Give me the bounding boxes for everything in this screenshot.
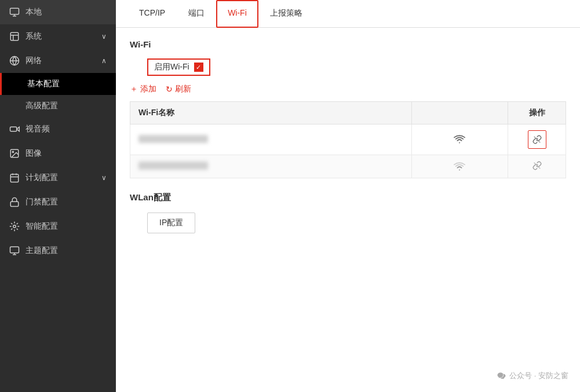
svg-point-11: [12, 151, 13, 152]
chevron-up-icon: ∧: [101, 57, 107, 65]
network-icon: [9, 56, 20, 66]
sidebar-item-video[interactable]: 视音频: [0, 117, 116, 141]
smart-icon: [9, 221, 20, 232]
sidebar-item-network[interactable]: 网络 ∧: [0, 49, 116, 73]
svg-line-22: [534, 163, 540, 169]
wifi-signal-icon: [420, 162, 499, 172]
ops-cell-1: [508, 124, 566, 155]
watermark-text: 公众号 · 安防之窗: [509, 371, 568, 381]
col-wifi-name: Wi-Fi名称: [130, 102, 412, 124]
lock-icon: [9, 197, 20, 207]
image-icon: [9, 148, 20, 159]
sidebar-sub-item-label: 基本配置: [27, 79, 60, 89]
svg-rect-3: [10, 32, 19, 41]
ops-cell-2: [508, 155, 566, 178]
wlan-section: WLan配置 IP配置: [130, 192, 566, 233]
wifi-signal-icon: [420, 134, 499, 145]
plus-icon: ＋: [130, 84, 138, 94]
sidebar-item-label: 智能配置: [25, 221, 58, 232]
tab-report[interactable]: 上报策略: [258, 0, 314, 28]
wifi-table: Wi-Fi名称 操作: [130, 101, 566, 178]
ip-config-label: IP配置: [159, 218, 183, 227]
svg-rect-16: [10, 202, 19, 206]
watermark: 公众号 · 安防之窗: [497, 369, 568, 382]
tab-tcpip[interactable]: TCP/IP: [127, 0, 177, 28]
chevron-down-icon: ∨: [101, 174, 107, 182]
ip-config-button[interactable]: IP配置: [147, 213, 195, 233]
sidebar-item-label: 计划配置: [25, 173, 58, 183]
wifi-enable-box[interactable]: 启用Wi-Fi ✓: [147, 58, 210, 76]
sidebar-item-label: 门禁配置: [25, 197, 58, 207]
sidebar-item-label: 本地: [25, 7, 42, 17]
system-icon: [9, 31, 20, 42]
video-icon: [9, 124, 20, 134]
sidebar-item-image[interactable]: 图像: [0, 141, 116, 166]
refresh-button[interactable]: ↻ 刷新: [166, 84, 191, 94]
monitor-icon: [9, 7, 20, 17]
svg-line-21: [534, 137, 540, 143]
main-area: TCP/IP 端口 Wi-Fi 上报策略 Wi-Fi 启用Wi-Fi ✓ ＋ 添…: [116, 0, 580, 392]
sidebar-item-label: 网络: [25, 56, 42, 66]
sidebar-item-label: 系统: [25, 31, 42, 42]
sidebar-sub-item-advanced[interactable]: 高级配置: [0, 95, 116, 117]
sidebar-item-label: 视音频: [25, 124, 50, 134]
wifi-name-cell: [130, 155, 412, 178]
refresh-label: 刷新: [175, 84, 191, 94]
theme-icon: [9, 246, 20, 256]
wlan-section-title: WLan配置: [130, 192, 566, 203]
svg-rect-8: [10, 127, 17, 131]
svg-rect-0: [10, 8, 19, 14]
col-signal: [411, 102, 508, 124]
sidebar-item-label: 主题配置: [25, 246, 58, 256]
refresh-icon: ↻: [166, 85, 173, 94]
sidebar-item-smart[interactable]: 智能配置: [0, 214, 116, 239]
content-area: Wi-Fi 启用Wi-Fi ✓ ＋ 添加 ↻ 刷新 Wi-Fi名称: [116, 28, 580, 392]
ops-link-button-1[interactable]: [528, 130, 546, 149]
wifi-enable-row: 启用Wi-Fi ✓: [147, 58, 566, 76]
sidebar-sub-item-basic[interactable]: 基本配置: [0, 73, 116, 95]
wifi-signal-cell: [411, 124, 508, 155]
wifi-name-blurred: [138, 135, 208, 143]
wifi-section-title: Wi-Fi: [130, 39, 566, 49]
wifi-enable-checkbox[interactable]: ✓: [194, 63, 203, 72]
sidebar-item-door[interactable]: 门禁配置: [0, 190, 116, 214]
tab-wifi[interactable]: Wi-Fi: [216, 0, 258, 28]
wifi-name-cell: [130, 124, 412, 155]
tab-port[interactable]: 端口: [177, 0, 216, 28]
svg-point-17: [13, 225, 16, 228]
sidebar-item-schedule[interactable]: 计划配置 ∨: [0, 166, 116, 190]
tab-bar: TCP/IP 端口 Wi-Fi 上报策略: [116, 0, 580, 28]
sidebar-item-theme[interactable]: 主题配置: [0, 239, 116, 263]
wifi-signal-cell: [411, 155, 508, 178]
sidebar: 本地 系统 ∨ 网络 ∧ 基本配置 高级配置 视音频 图像 计: [0, 0, 116, 392]
sidebar-item-system[interactable]: 系统 ∨: [0, 24, 116, 49]
wifi-enable-label-text: 启用Wi-Fi: [154, 62, 189, 72]
wechat-icon: [497, 369, 507, 382]
wifi-toolbar: ＋ 添加 ↻ 刷新: [130, 84, 566, 94]
ops-link-button-2[interactable]: [532, 161, 542, 170]
table-row: [130, 124, 566, 155]
chevron-down-icon: ∨: [101, 32, 107, 41]
svg-rect-12: [10, 174, 19, 182]
wifi-name-blurred: [138, 162, 208, 170]
schedule-icon: [9, 173, 20, 183]
sidebar-sub-item-label: 高级配置: [25, 101, 58, 111]
add-label: 添加: [140, 84, 156, 94]
table-row: [130, 155, 566, 178]
col-ops: 操作: [508, 102, 566, 124]
sidebar-item-local[interactable]: 本地: [0, 0, 116, 24]
svg-rect-18: [10, 247, 19, 253]
add-button[interactable]: ＋ 添加: [130, 84, 156, 94]
sidebar-item-label: 图像: [25, 148, 42, 159]
